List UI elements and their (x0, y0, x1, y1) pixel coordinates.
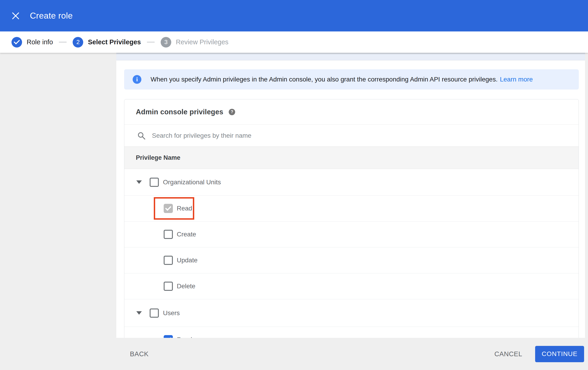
content-area: i When you specify Admin privileges in t… (0, 53, 588, 338)
app-bar: Create role (0, 0, 588, 31)
privilege-row-read[interactable]: Read (124, 196, 578, 221)
privilege-label: Read (177, 336, 192, 338)
step-label: Role info (27, 38, 53, 46)
checkbox-update[interactable] (164, 256, 173, 265)
info-banner-text: When you specify Admin privileges in the… (151, 76, 498, 83)
checkbox-organizational-units[interactable] (150, 178, 159, 187)
stepper: Role info 2 Select Privileges 3 Review P… (0, 31, 588, 53)
close-button[interactable] (8, 9, 23, 23)
step-connector (147, 42, 155, 42)
privilege-row-organizational-units[interactable]: Organizational Units (124, 169, 578, 196)
help-icon[interactable]: ? (229, 109, 235, 115)
privilege-row-users[interactable]: Users (124, 299, 578, 327)
checkbox-delete[interactable] (164, 282, 173, 291)
collapse-arrow-icon[interactable] (136, 180, 142, 184)
privilege-row-users-read[interactable]: Read (124, 327, 578, 338)
privilege-label: Organizational Units (163, 179, 221, 186)
privilege-label: Update (177, 257, 198, 264)
step-completed-check-icon (11, 37, 22, 48)
privilege-row-delete[interactable]: Delete (124, 273, 578, 299)
collapse-arrow-icon[interactable] (136, 311, 142, 315)
card-title-row: Admin console privileges ? (124, 99, 578, 124)
privilege-row-update[interactable]: Update (124, 247, 578, 273)
step-select-privileges[interactable]: 2 Select Privileges (73, 37, 141, 48)
checkbox-create[interactable] (164, 230, 173, 239)
step-review-privileges[interactable]: 3 Review Privileges (161, 37, 229, 48)
table-header-row: Privilege Name (124, 146, 578, 169)
step-role-info[interactable]: Role info (11, 37, 53, 48)
step-label: Review Privileges (176, 38, 229, 46)
privilege-row-create[interactable]: Create (124, 221, 578, 247)
dialog-title: Create role (30, 11, 73, 21)
continue-button[interactable]: CONTINUE (535, 346, 584, 362)
card-title: Admin console privileges (136, 108, 223, 116)
create-role-dialog: Create role Role info 2 Select Privilege… (0, 0, 588, 370)
privilege-label: Users (163, 310, 180, 317)
footer-right-actions: CANCEL CONTINUE (494, 346, 584, 362)
info-icon: i (133, 75, 141, 84)
checkbox-users-read-checked[interactable] (164, 335, 173, 338)
column-header-privilege-name: Privilege Name (136, 154, 180, 161)
step-label: Select Privileges (88, 38, 141, 46)
step-connector (59, 42, 67, 42)
close-icon (11, 11, 20, 20)
info-banner: i When you specify Admin privileges in t… (124, 69, 579, 90)
content-panel: i When you specify Admin privileges in t… (116, 53, 585, 338)
privilege-label: Create (177, 231, 196, 238)
privilege-label: Read (177, 205, 192, 212)
scrolled-section-edge (116, 53, 585, 60)
privilege-search-input[interactable] (152, 132, 474, 139)
step-number-badge: 2 (73, 37, 83, 48)
checkbox-users[interactable] (150, 309, 159, 318)
checkbox-read-checked[interactable] (164, 204, 173, 213)
admin-console-privileges-card: Admin console privileges ? Privilege Nam… (124, 99, 579, 338)
learn-more-link[interactable]: Learn more (500, 76, 533, 83)
privilege-label: Delete (177, 282, 195, 290)
privilege-search-row (124, 124, 578, 146)
step-number-badge: 3 (161, 37, 171, 48)
search-icon (137, 131, 146, 140)
footer-action-bar: BACK CANCEL CONTINUE (0, 338, 588, 370)
back-button[interactable]: BACK (130, 350, 148, 358)
cancel-button[interactable]: CANCEL (494, 350, 522, 358)
